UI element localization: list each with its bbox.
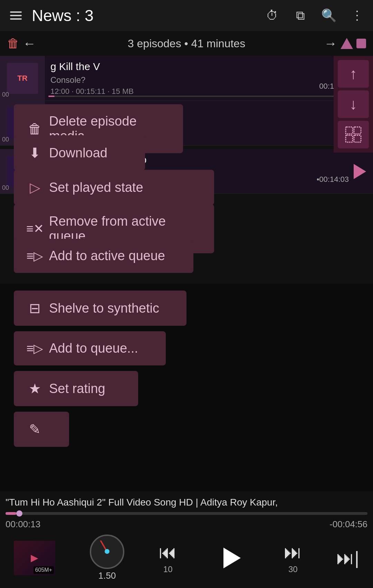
episode-play-button[interactable] [347,149,373,194]
rewind-label: 10 [163,565,173,574]
episode-count-text: 3 episodes • 41 minutes [128,37,245,50]
hamburger-menu-button[interactable] [7,7,25,24]
layers-icon[interactable]: ⧉ [291,7,309,24]
play-icon [223,548,241,568]
forward-arrow-icon[interactable]: → [324,36,337,51]
play-icon [354,164,366,179]
play-pause-button[interactable] [211,539,249,577]
episode-item[interactable]: TR g Kill the V Console? 12:00 · 00:15:1… [0,56,373,101]
played-state-icon: ▷ [26,179,44,195]
episode-number: 00 [2,136,9,143]
skip-end-button[interactable]: ⏭| [336,548,359,568]
views-badge: 605M+ [34,566,54,574]
set-played-label: Set played state [49,180,143,195]
speed-dial-dot [105,549,109,554]
progress-bar-container[interactable] [0,509,373,518]
episode-bar-right-actions: → [324,36,366,51]
episodes-area: TR g Kill the V Console? 12:00 · 00:15:1… [0,56,373,284]
now-playing-title: "Tum Hi Ho Aashiqui 2" Full Video Song H… [0,491,373,509]
history-icon[interactable]: ⏱ [263,7,281,24]
episode-subtitle: Console? [50,75,341,85]
speed-label: 1.50 [98,570,116,581]
fast-forward-button[interactable]: ⏭ 30 [284,542,302,574]
context-menu-edit-button[interactable]: ✎ [14,412,69,447]
sort-down-button[interactable]: ↓ [338,90,369,118]
back-arrow-icon[interactable]: ← [23,36,36,51]
trash-icon[interactable]: 🗑 [7,36,19,51]
forward-label: 30 [288,565,298,574]
rewind-icon: ⏮ [159,542,177,562]
svg-rect-0 [346,127,353,134]
progress-fill [48,96,55,97]
shelve-label: Shelve to synthetic [49,301,159,316]
context-menu-shelve-button[interactable]: ⊟ Shelve to synthetic [14,291,186,326]
add-queue2-label: Add to queue... [49,341,138,356]
download-icon: ⬇ [26,145,44,161]
sort-controls: ↑ ↓ [334,56,373,153]
progress-dot [16,510,22,517]
speed-dial[interactable] [90,535,124,569]
star-icon: ★ [26,381,44,396]
controls-row: ▶ 605M+ 1.50 ⏮ 10 ⏭ 30 [0,531,373,588]
remove-queue-icon: ≡✕ [26,222,44,236]
more-options-icon[interactable]: ⋮ [348,7,366,24]
now-playing-bar: "Tum Hi Ho Aashiqui 2" Full Video Song H… [0,491,373,588]
episode-duration: •00:14:03 [317,175,349,184]
svg-rect-3 [354,135,361,142]
search-icon[interactable]: 🔍 [320,7,338,24]
edit-icon: ✎ [26,421,44,437]
speed-dial-container[interactable]: 1.50 [90,535,124,581]
time-row: 00:00:13 -00:04:56 [0,518,373,531]
context-menu-add-queue2-button[interactable]: ≡▷ Add to queue... [14,331,166,365]
set-rating-label: Set rating [49,381,105,396]
fast-forward-icon: ⏭ [284,542,302,562]
episode-number: 00 [2,184,9,192]
top-bar: News : 3 ⏱ ⧉ 🔍 ⋮ [0,0,373,31]
rewind-button[interactable]: ⏮ 10 [159,542,177,574]
square-shape [356,39,366,48]
download-label: Download [49,146,107,160]
context-menu-download-button[interactable]: ⬇ Download [14,135,145,170]
multi-select-button[interactable] [338,121,369,148]
episode-progress-bar [48,96,352,97]
context-menu-lower: ⊟ Shelve to synthetic ≡▷ Add to queue...… [0,284,373,450]
episode-bar: 🗑 ← 3 episodes • 41 minutes → [0,31,373,56]
context-menu-set-played-button[interactable]: ▷ Set played state [14,170,214,205]
episode-bar-left-actions: 🗑 ← [7,36,36,51]
episode-number: 00 [2,91,9,98]
context-menu-set-rating-button[interactable]: ★ Set rating [14,371,138,406]
add-queue-icon: ≡▷ [26,249,44,263]
shelve-icon: ⊟ [26,300,44,316]
episode-info: g Kill the V Console? 12:00 · 00:15:11 ·… [45,56,347,100]
svg-rect-2 [346,135,353,142]
page-title: News : 3 [32,6,256,25]
triangle-shape [341,38,353,49]
top-bar-actions: ⏱ ⧉ 🔍 ⋮ [263,7,366,24]
thumbnail-art[interactable]: ▶ 605M+ [14,541,55,575]
add-queue2-icon: ≡▷ [26,341,44,356]
episode-title: g Kill the V [50,61,341,72]
current-time: 00:00:13 [6,519,40,530]
trash-icon: 🗑 [26,121,44,137]
remaining-time: -00:04:56 [329,519,367,530]
context-menu-add-queue-button[interactable]: ≡▷ Add to active queue [14,239,193,273]
skip-end-icon: ⏭| [336,548,359,568]
svg-rect-1 [354,127,361,134]
progress-fill [6,512,16,515]
progress-bar[interactable] [6,512,367,515]
episode-meta: 12:00 · 00:15:11 · 15 MB [50,87,341,96]
add-queue-label: Add to active queue [49,248,165,263]
sort-up-button[interactable]: ↑ [338,60,369,88]
